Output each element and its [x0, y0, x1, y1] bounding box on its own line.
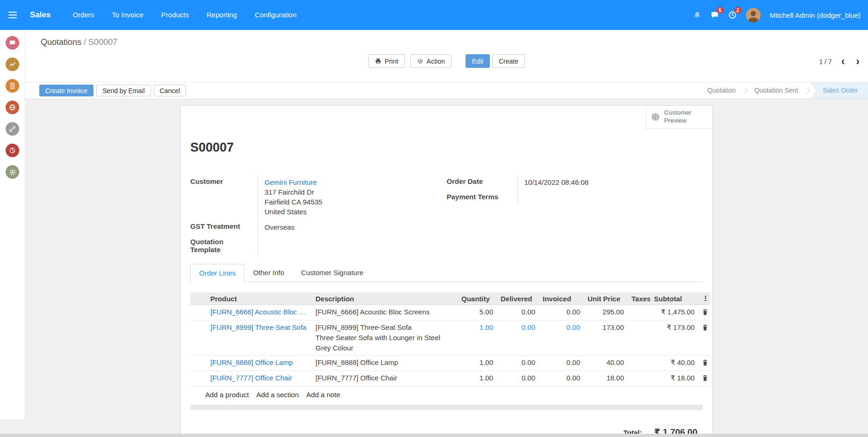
customer-preview-button[interactable]: Customer Preview	[646, 106, 712, 129]
form-sheet: Customer Preview S00007 Customer Gemini …	[180, 105, 713, 437]
subtotal-cell: ₹ 40.00	[650, 356, 698, 371]
send-by-email-button[interactable]: Send by Email	[96, 85, 151, 96]
table-scrollbar-track[interactable]	[190, 405, 703, 410]
message-badge: 5	[717, 7, 724, 14]
pager-value[interactable]: 1 / 7	[819, 58, 832, 66]
col-product[interactable]: Product	[207, 292, 312, 305]
edit-button[interactable]: Edit	[466, 54, 490, 68]
col-description[interactable]: Description	[312, 292, 458, 305]
field-groups: Customer Gemini Furniture 317 Fairchild …	[190, 175, 703, 256]
customer-preview-label: Customer Preview	[664, 109, 708, 125]
left-field-group: Customer Gemini Furniture 317 Fairchild …	[190, 175, 447, 256]
col-invoiced[interactable]: Invoiced	[539, 292, 584, 305]
menu-configuration[interactable]: Configuration	[246, 0, 305, 30]
table-row[interactable]: [FURN_8888] Office Lamp [FURN_8888] Offi…	[190, 356, 710, 371]
create-invoice-button[interactable]: Create Invoice	[39, 85, 93, 96]
line-chart-icon[interactable]	[6, 58, 19, 71]
breadcrumb-quotations[interactable]: Quotations	[41, 37, 81, 47]
table-row[interactable]: [FURN_7777] Office Chair [FURN_7777] Off…	[190, 371, 710, 386]
chat-icon[interactable]	[6, 36, 19, 50]
control-panel: Quotations / S00007 Print Action Edit Cr…	[25, 30, 868, 82]
link-icon[interactable]	[6, 122, 19, 136]
breadcrumb: Quotations / S00007	[41, 37, 861, 47]
col-subtotal[interactable]: Subtotal	[650, 292, 698, 305]
cancel-button[interactable]: Cancel	[154, 85, 187, 96]
subtotal-cell: ₹ 1,475.00	[650, 305, 698, 320]
col-taxes[interactable]: Taxes	[628, 292, 650, 305]
breadcrumb-separator: /	[84, 37, 86, 47]
chevron-left-icon[interactable]: ‹	[839, 56, 847, 67]
stage-quotation[interactable]: Quotation	[701, 82, 742, 99]
order-lines-table: Product Description Quantity Delivered I…	[190, 292, 710, 386]
menu-products[interactable]: Products	[152, 0, 198, 30]
stage-quotation-sent[interactable]: Quotation Sent	[748, 82, 804, 99]
customer-link[interactable]: Gemini Furniture	[265, 177, 447, 187]
table-row[interactable]: [FURN_6666] Acoustic Bloc Screens [FURN_…	[190, 305, 710, 320]
app-menu: Orders To Invoice Products Reporting Con…	[64, 0, 305, 30]
pie-chart-icon[interactable]	[6, 144, 19, 157]
trash-icon[interactable]	[698, 371, 710, 386]
message-icon[interactable]: 5	[710, 11, 719, 19]
drag-handle-header	[190, 292, 207, 305]
document-icon[interactable]	[6, 79, 19, 93]
drag-handle-cell	[190, 305, 207, 320]
horizontal-scrollbar[interactable]	[0, 434, 868, 437]
activity-badge: 2	[734, 7, 741, 14]
trash-icon[interactable]	[698, 356, 710, 371]
quantity-cell: 1.00	[458, 371, 497, 386]
top-navbar: Sales Orders To Invoice Products Reporti…	[0, 0, 868, 30]
action-gear-icon	[417, 58, 423, 65]
globe-orange-icon[interactable]	[6, 101, 19, 114]
table-row[interactable]: [FURN_8999] Three-Seat Sofa [FURN_8999] …	[190, 320, 710, 356]
gear-icon[interactable]	[6, 165, 19, 179]
stage-pipeline: Quotation Quotation Sent Sales Order	[701, 82, 868, 99]
create-button[interactable]: Create	[492, 54, 525, 68]
product-link[interactable]: [FURN_7777] Office Chair	[207, 371, 312, 386]
trash-icon[interactable]	[698, 305, 710, 320]
trash-icon[interactable]	[698, 320, 710, 356]
systray: 5 2 Mitchell Admin (dodger_blue)	[693, 8, 861, 22]
customer-label: Customer	[190, 175, 258, 219]
payment-terms-label: Payment Terms	[447, 190, 518, 204]
col-delivered[interactable]: Delivered	[497, 292, 539, 305]
activity-clock-icon[interactable]: 2	[728, 11, 737, 19]
content-column: Quotations / S00007 Print Action Edit Cr…	[25, 30, 868, 437]
add-note-link[interactable]: Add a note	[306, 391, 340, 399]
drag-handle-cell	[190, 320, 207, 356]
avatar[interactable]	[746, 8, 760, 22]
column-options-icon[interactable]: ⋮	[698, 292, 710, 305]
delivered-cell: 0.00	[497, 371, 539, 386]
bell-icon[interactable]	[693, 11, 701, 19]
add-section-link[interactable]: Add a section	[256, 391, 299, 399]
globe-icon	[651, 112, 660, 122]
record-title: S00007	[190, 140, 703, 155]
order-date-value: 10/14/2022 08:46:08	[518, 175, 703, 190]
main-area: Quotations / S00007 Print Action Edit Cr…	[0, 30, 868, 437]
product-link[interactable]: [FURN_8888] Office Lamp	[207, 356, 312, 371]
col-quantity[interactable]: Quantity	[458, 292, 497, 305]
invoiced-cell: 0.00	[539, 305, 584, 320]
table-header-row: Product Description Quantity Delivered I…	[190, 292, 710, 305]
col-unit-price[interactable]: Unit Price	[584, 292, 628, 305]
invoiced-cell: 0.00	[539, 371, 584, 386]
menu-to-invoice[interactable]: To Invoice	[103, 0, 152, 30]
tab-other-info[interactable]: Other Info	[244, 264, 293, 282]
app-brand[interactable]: Sales	[30, 10, 50, 20]
print-button[interactable]: Print	[368, 54, 405, 68]
menu-reporting[interactable]: Reporting	[198, 0, 246, 30]
product-link[interactable]: [FURN_6666] Acoustic Bloc Screens	[207, 305, 312, 320]
statusbar: Create Invoice Send by Email Cancel Quot…	[25, 82, 868, 99]
apps-menu-icon[interactable]	[0, 12, 25, 18]
product-link[interactable]: [FURN_8999] Three-Seat Sofa	[207, 320, 312, 356]
stage-chevron-icon	[742, 88, 747, 93]
chevron-right-icon[interactable]: ›	[854, 56, 861, 67]
user-name[interactable]: Mitchell Admin (dodger_blue)	[770, 11, 861, 19]
menu-orders[interactable]: Orders	[64, 0, 103, 30]
form-area: Customer Preview S00007 Customer Gemini …	[25, 99, 868, 437]
tab-customer-signature[interactable]: Customer Signature	[293, 264, 372, 282]
description-cell: [FURN_8888] Office Lamp	[312, 356, 458, 371]
add-product-link[interactable]: Add a product	[205, 391, 249, 399]
action-button[interactable]: Action	[410, 54, 452, 68]
tab-order-lines[interactable]: Order Lines	[190, 264, 244, 282]
stage-sales-order[interactable]: Sales Order	[810, 82, 868, 99]
